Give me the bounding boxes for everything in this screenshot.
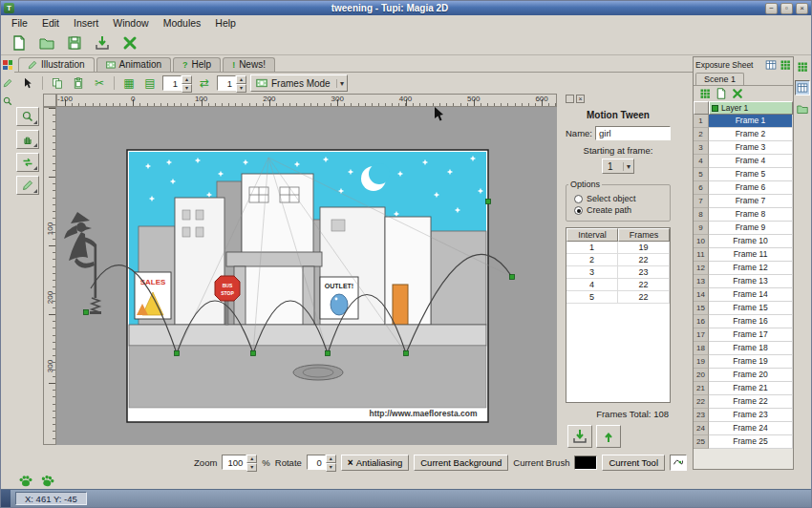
menu-help[interactable]: Help (208, 16, 243, 30)
exposure-frame-row[interactable]: 4Frame 4 (694, 155, 793, 168)
open-project-button[interactable] (36, 32, 57, 53)
frame-label[interactable]: Frame 13 (709, 275, 793, 288)
frame-label[interactable]: Frame 14 (709, 288, 793, 302)
paste-button[interactable] (70, 74, 87, 92)
exposure-frame-row[interactable]: 2Frame 2 (694, 128, 793, 141)
close-project-button[interactable] (119, 32, 140, 53)
menu-file[interactable]: File (5, 16, 34, 30)
exposure-frame-row[interactable]: 12Frame 12 (694, 262, 793, 275)
add-frame-icon[interactable] (716, 88, 727, 99)
select-object-radio[interactable]: Select object (574, 194, 668, 203)
show-grid-button[interactable]: ▦ (120, 74, 138, 92)
tween-name-input[interactable]: girl (595, 126, 671, 140)
spin-up-icon[interactable]: ▴ (326, 455, 336, 463)
library-panel-button[interactable] (795, 101, 810, 116)
frame-label[interactable]: Frame 2 (709, 128, 793, 141)
frame-label[interactable]: Frame 20 (709, 369, 793, 382)
menu-insert[interactable]: Insert (67, 16, 105, 30)
exposure-frame-row[interactable]: 5Frame 5 (694, 168, 793, 181)
frame-label[interactable]: Frame 6 (709, 181, 793, 195)
create-path-radio[interactable]: Create path (574, 205, 668, 215)
frame-label[interactable]: Frame 15 (709, 302, 793, 315)
exposure-frame-row[interactable]: 20Frame 20 (694, 369, 793, 382)
y-spinner[interactable]: 1 ▴ ▾ (217, 75, 246, 91)
frame-label[interactable]: Frame 24 (709, 422, 793, 435)
apply-tween-button[interactable] (567, 425, 592, 448)
spin-down-icon[interactable]: ▾ (246, 463, 257, 472)
frame-label[interactable]: Frame 11 (709, 248, 793, 262)
interval-row[interactable]: 522 (566, 291, 670, 304)
x-spinner[interactable]: 1 ▴ ▾ (162, 75, 192, 91)
paw-icon[interactable] (38, 471, 56, 489)
scene-tab[interactable]: Scene 1 (695, 73, 744, 85)
hand-tool-button[interactable] (16, 130, 39, 149)
frame-label[interactable]: Frame 4 (709, 155, 793, 168)
color-palette-icon[interactable] (3, 60, 12, 70)
exposure-frame-row[interactable]: 3Frame 3 (694, 141, 793, 155)
frame-label[interactable]: Frame 18 (709, 342, 793, 355)
frame-label[interactable]: Frame 22 (709, 395, 793, 409)
exposure-frame-row[interactable]: 9Frame 9 (694, 222, 793, 235)
copy-button[interactable] (49, 74, 66, 92)
zoom-panel-icon[interactable] (3, 96, 12, 106)
current-background-button[interactable]: Current Background (414, 455, 508, 471)
new-project-button[interactable] (9, 32, 30, 53)
spin-up-icon[interactable]: ▴ (236, 75, 246, 84)
exposure-frame-row[interactable]: 23Frame 23 (694, 409, 793, 422)
import-button[interactable] (92, 32, 113, 53)
frame-label[interactable]: Frame 23 (709, 409, 793, 422)
frame-label[interactable]: Frame 12 (709, 262, 793, 275)
minimize-button[interactable]: − (765, 3, 778, 14)
frame-label[interactable]: Frame 1 (709, 115, 793, 128)
zoom-tool-button[interactable] (16, 107, 39, 126)
exposure-frame-row[interactable]: 14Frame 14 (694, 288, 793, 302)
frame-label[interactable]: Frame 10 (709, 235, 793, 248)
save-project-button[interactable] (64, 32, 85, 53)
frame-label[interactable]: Frame 9 (709, 222, 793, 235)
exposure-frame-row[interactable]: 7Frame 7 (694, 195, 793, 208)
frame-label[interactable]: Frame 16 (709, 315, 793, 328)
exposure-frame-row[interactable]: 11Frame 11 (694, 248, 793, 262)
exposure-frame-row[interactable]: 19Frame 19 (694, 355, 793, 369)
panel-menu-icon[interactable] (780, 59, 791, 71)
menu-modules[interactable]: Modules (157, 16, 208, 30)
spin-down-icon[interactable]: ▾ (236, 84, 246, 93)
spin-up-icon[interactable]: ▴ (246, 455, 257, 463)
frame-label[interactable]: Frame 19 (709, 355, 793, 369)
maximize-button[interactable]: ▫ (780, 3, 793, 14)
exposure-frame-row[interactable]: 6Frame 6 (694, 181, 793, 195)
spin-down-icon[interactable]: ▾ (326, 463, 336, 472)
frame-label[interactable]: Frame 21 (709, 382, 793, 395)
tab-animation[interactable]: Animation (96, 57, 171, 72)
exposure-frame-row[interactable]: 10Frame 10 (694, 235, 793, 248)
zoom-spinner[interactable]: 100 ▴ ▾ (222, 455, 257, 470)
frame-label[interactable]: Frame 17 (709, 328, 793, 342)
rotate-spinner[interactable]: 0 ▴ ▾ (307, 455, 336, 470)
current-brush-swatch[interactable] (574, 455, 597, 470)
interval-row[interactable]: 119 (566, 242, 670, 254)
current-tool-button[interactable]: Current Tool (602, 455, 665, 471)
antialiasing-button[interactable]: × Antialiasing (341, 455, 409, 471)
selection-tool-button[interactable] (19, 74, 36, 92)
close-button[interactable]: × (796, 3, 808, 14)
pencil-tool-button[interactable] (16, 176, 39, 195)
layer-header[interactable]: Layer 1 (709, 101, 793, 115)
spin-down-icon[interactable]: ▾ (182, 84, 192, 93)
menu-window[interactable]: Window (106, 16, 155, 30)
frame-label[interactable]: Frame 8 (709, 208, 793, 222)
brush-panel-icon[interactable] (3, 78, 12, 88)
tab-help[interactable]: ? Help (173, 57, 221, 72)
spin-up-icon[interactable]: ▴ (182, 75, 192, 84)
title-bar[interactable]: T tweening - Tupi: Magia 2D − ▫ × (1, 1, 811, 15)
exposure-frame-row[interactable]: 1Frame 1 (694, 115, 793, 128)
show-table-button[interactable]: ▤ (141, 74, 159, 92)
tab-illustration[interactable]: Illustration (18, 57, 95, 72)
exposure-frame-row[interactable]: 8Frame 8 (694, 208, 793, 222)
exposure-frame-row[interactable]: 22Frame 22 (694, 395, 793, 409)
float-panel-button[interactable] (566, 95, 574, 103)
interval-row[interactable]: 422 (566, 279, 670, 291)
exposure-frame-row[interactable]: 17Frame 17 (694, 328, 793, 342)
frame-label[interactable]: Frame 3 (709, 141, 793, 155)
swap-button[interactable]: ⇄ (196, 74, 213, 92)
frames-mode-select[interactable]: Frames Mode ▾ (250, 74, 348, 92)
